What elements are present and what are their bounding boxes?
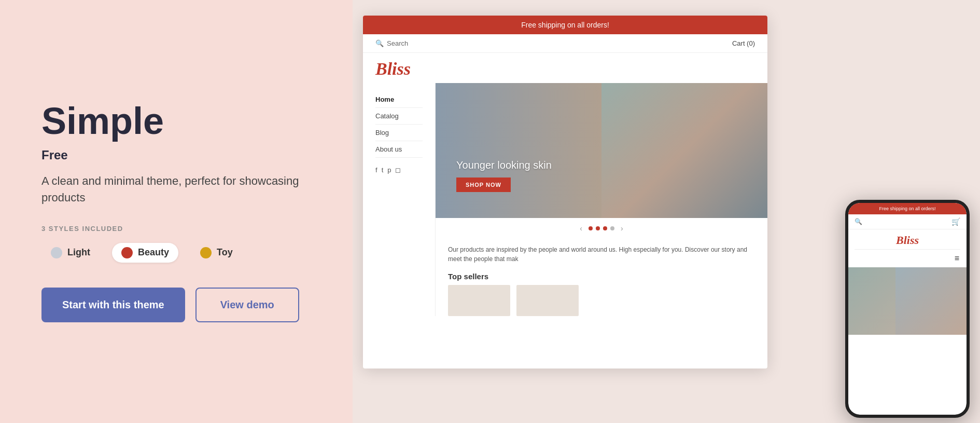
desktop-mockup: Free shipping on all orders! 🔍 Search Ca… [363, 16, 767, 369]
style-label-light: Light [67, 247, 90, 258]
shop-sidebar: Home Catalog Blog About us f t p ◻ [363, 83, 436, 316]
shop-description: Our products are inspired by the people … [436, 239, 767, 270]
carousel-dot-1[interactable] [589, 226, 593, 230]
mobile-logo: Bliss [848, 229, 967, 249]
style-options: Light Beauty Toy [41, 243, 311, 263]
search-icon: 🔍 [375, 39, 384, 47]
start-theme-button[interactable]: Start with this theme [41, 288, 185, 322]
hero-shop-now-button[interactable]: SHOP NOW [456, 178, 511, 192]
style-option-beauty[interactable]: Beauty [112, 243, 178, 263]
carousel-dot-4[interactable] [610, 226, 614, 230]
hero-figure [601, 83, 767, 218]
shop-cart: Cart (0) [732, 39, 755, 47]
styles-label: 3 STYLES INCLUDED [41, 225, 311, 233]
shop-social: f t p ◻ [375, 166, 423, 174]
product-thumb-2 [516, 285, 579, 316]
shop-search: 🔍 Search [375, 39, 408, 47]
facebook-icon: f [375, 166, 377, 174]
shop-products-row [436, 285, 767, 316]
button-row: Start with this theme View demo [41, 288, 311, 322]
pinterest-icon: p [387, 166, 391, 174]
mobile-cart-icon: 🛒 [951, 217, 960, 226]
nav-blog[interactable]: Blog [375, 125, 423, 141]
hero-heading: Younger looking skin [456, 159, 552, 171]
mobile-hero-figure [895, 267, 967, 335]
style-option-toy[interactable]: Toy [191, 243, 242, 263]
hero-image: Younger looking skin SHOP NOW [436, 83, 767, 218]
right-panel: Free shipping on all orders! 🔍 Search Ca… [353, 0, 980, 423]
theme-description: A clean and minimal theme, perfect for s… [41, 173, 311, 206]
shop-banner: Free shipping on all orders! [363, 16, 767, 34]
shop-topbar: 🔍 Search Cart (0) [363, 34, 767, 53]
nav-home[interactable]: Home [375, 91, 423, 108]
left-panel: Simple Free A clean and minimal theme, p… [0, 0, 353, 423]
mobile-mockup: Free shipping on all orders! 🔍 🛒 Bliss ≡ [845, 200, 970, 418]
mobile-hamburger-icon[interactable]: ≡ [848, 250, 967, 267]
style-label-toy: Toy [217, 247, 233, 258]
dot-light-icon [51, 247, 62, 258]
nav-catalog[interactable]: Catalog [375, 108, 423, 125]
dot-toy-icon [200, 247, 212, 258]
carousel-dot-3[interactable] [603, 226, 607, 230]
carousel-prev-arrow[interactable]: ‹ [577, 224, 585, 233]
view-demo-button[interactable]: View demo [195, 288, 299, 322]
mobile-search-icon: 🔍 [855, 218, 862, 225]
theme-price: Free [41, 148, 311, 162]
theme-title: Simple [41, 101, 311, 142]
carousel-next-arrow[interactable]: › [618, 224, 626, 233]
carousel-dot-2[interactable] [596, 226, 600, 230]
mobile-banner: Free shipping on all orders! [848, 203, 967, 214]
style-option-light[interactable]: Light [41, 243, 100, 263]
carousel-dots: ‹ › [436, 218, 767, 239]
nav-about[interactable]: About us [375, 141, 423, 158]
shop-logo-area: Bliss [363, 53, 767, 83]
shop-body: Home Catalog Blog About us f t p ◻ Young… [363, 83, 767, 316]
mobile-topbar: 🔍 🛒 [848, 214, 967, 229]
product-thumb-1 [448, 285, 510, 316]
shop-top-sellers-title: Top sellers [436, 270, 767, 285]
shop-main: Younger looking skin SHOP NOW ‹ › Our pr… [436, 83, 767, 316]
style-label-beauty: Beauty [138, 247, 169, 258]
instagram-icon: ◻ [395, 166, 401, 174]
mobile-screen: Free shipping on all orders! 🔍 🛒 Bliss ≡ [848, 203, 967, 415]
search-label: Search [387, 39, 408, 47]
shop-logo: Bliss [375, 59, 411, 79]
twitter-icon: t [382, 166, 384, 174]
hero-text: Younger looking skin SHOP NOW [456, 159, 552, 192]
mobile-hero [848, 267, 967, 335]
dot-beauty-icon [121, 247, 133, 258]
